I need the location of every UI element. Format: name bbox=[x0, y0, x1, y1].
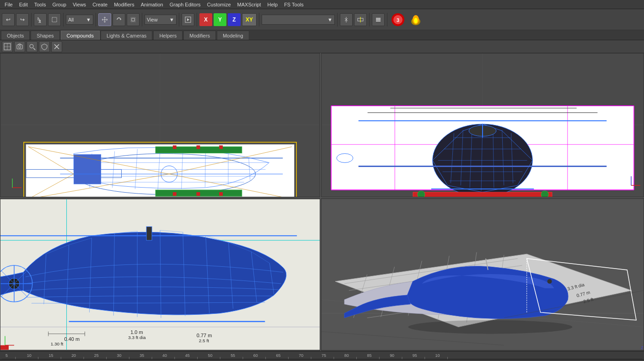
align-button[interactable] bbox=[354, 13, 367, 26]
filter-dropdown[interactable]: All ▼ bbox=[66, 15, 93, 25]
axis-x[interactable]: X bbox=[199, 13, 212, 26]
menu-fs-tools[interactable]: FS Tools bbox=[281, 1, 306, 8]
separator-5 bbox=[179, 13, 179, 27]
tab-modeling[interactable]: Modeling bbox=[217, 31, 249, 40]
ruler: /* ruler ticks generated inline */ 5 10 … bbox=[0, 351, 644, 359]
timeline: ◀ 0 / 100 ▶ bbox=[0, 359, 644, 361]
tab-lights-cameras[interactable]: Lights & Cameras bbox=[101, 31, 152, 40]
separator-8 bbox=[337, 13, 338, 27]
menu-graph-editors[interactable]: Graph Editors bbox=[167, 1, 204, 8]
shield-icon[interactable] bbox=[39, 41, 50, 52]
svg-text:0.40 m: 0.40 m bbox=[64, 336, 80, 342]
menu-help[interactable]: Help bbox=[265, 1, 281, 8]
zoom-icon[interactable] bbox=[27, 41, 38, 52]
axis-y[interactable]: Y bbox=[214, 13, 226, 26]
svg-point-88 bbox=[418, 191, 425, 197]
named-selection-dropdown[interactable]: ▼ bbox=[262, 15, 335, 25]
settings-icon[interactable] bbox=[51, 41, 62, 52]
redo-button[interactable]: ↪ bbox=[16, 13, 29, 26]
separator-2 bbox=[63, 13, 64, 27]
svg-point-16 bbox=[19, 46, 21, 48]
menu-customize[interactable]: Customize bbox=[204, 1, 234, 8]
svg-rect-46 bbox=[219, 192, 223, 196]
tab-compounds[interactable]: Compounds bbox=[61, 31, 100, 40]
menu-tools[interactable]: Tools bbox=[32, 1, 49, 8]
svg-text:20: 20 bbox=[71, 353, 76, 357]
svg-point-13 bbox=[414, 18, 418, 23]
svg-text:75: 75 bbox=[322, 353, 326, 357]
svg-rect-15 bbox=[17, 45, 22, 49]
svg-text:45: 45 bbox=[185, 353, 190, 357]
icon-bar bbox=[0, 40, 644, 53]
svg-text:15: 15 bbox=[48, 353, 53, 357]
view-dropdown[interactable]: View ▼ bbox=[145, 15, 177, 25]
select-object-button[interactable] bbox=[34, 13, 47, 26]
viewport-side[interactable]: 0.40 m 1.30 ft 1.0 m 3.3 ft dia 0.77 m 2… bbox=[0, 198, 320, 351]
menu-views[interactable]: Views bbox=[70, 1, 89, 8]
svg-text:40: 40 bbox=[162, 353, 167, 357]
menu-edit[interactable]: Edit bbox=[16, 1, 31, 8]
layer-manager-button[interactable] bbox=[372, 13, 385, 26]
select-region-button[interactable] bbox=[48, 13, 61, 26]
menu-modifiers[interactable]: Modifiers bbox=[111, 1, 137, 8]
svg-text:90: 90 bbox=[390, 353, 394, 357]
svg-text:2.5 ft: 2.5 ft bbox=[199, 338, 209, 343]
svg-rect-0 bbox=[52, 17, 57, 22]
mirror-button[interactable] bbox=[340, 13, 353, 26]
svg-rect-42 bbox=[196, 145, 200, 149]
separator-4 bbox=[142, 13, 142, 27]
svg-point-171 bbox=[408, 320, 572, 334]
svg-text:60: 60 bbox=[253, 353, 258, 357]
menu-animation[interactable]: Animation bbox=[138, 1, 166, 8]
svg-text:35: 35 bbox=[140, 353, 144, 357]
scale-button[interactable] bbox=[127, 13, 140, 26]
svg-marker-3 bbox=[187, 18, 189, 21]
svg-point-161 bbox=[547, 279, 552, 284]
menu-file[interactable]: File bbox=[2, 1, 16, 8]
svg-text:3.3 ft dia: 3.3 ft dia bbox=[128, 335, 146, 340]
menu-group[interactable]: Group bbox=[49, 1, 69, 8]
svg-point-89 bbox=[541, 191, 548, 197]
flame-icon[interactable] bbox=[408, 11, 424, 28]
svg-text:80: 80 bbox=[344, 353, 349, 357]
viewport-front[interactable] bbox=[321, 53, 644, 197]
axis-z[interactable]: Z bbox=[228, 13, 241, 26]
max-icon[interactable]: 3 bbox=[390, 11, 406, 28]
svg-rect-44 bbox=[173, 192, 177, 196]
svg-point-17 bbox=[30, 44, 33, 48]
svg-text:65: 65 bbox=[276, 353, 281, 357]
svg-rect-43 bbox=[219, 145, 223, 149]
menu-bar: File Edit Tools Group Views Create Modif… bbox=[0, 0, 644, 9]
scene-icon[interactable] bbox=[2, 41, 13, 52]
viewport-top[interactable] bbox=[0, 53, 320, 197]
tab-helpers[interactable]: Helpers bbox=[153, 31, 182, 40]
svg-rect-45 bbox=[196, 192, 200, 196]
rotate-button[interactable] bbox=[113, 13, 125, 26]
tab-objects[interactable]: Objects bbox=[1, 31, 30, 40]
menu-create[interactable]: Create bbox=[90, 1, 110, 8]
svg-text:30: 30 bbox=[117, 353, 122, 357]
separator-6 bbox=[197, 13, 197, 27]
undo-button[interactable]: ↩ bbox=[2, 13, 15, 26]
select-move-button[interactable] bbox=[98, 13, 111, 26]
tab-modifiers[interactable]: Modifiers bbox=[183, 31, 216, 40]
svg-text:10: 10 bbox=[27, 353, 32, 357]
separator-3 bbox=[96, 13, 96, 27]
viewport-perspective[interactable]: 3.3 ft dia 0.77 m 2.5 ft bbox=[321, 198, 644, 351]
snapshot-icon[interactable] bbox=[14, 41, 25, 52]
svg-rect-5 bbox=[376, 18, 381, 19]
svg-text:25: 25 bbox=[94, 353, 99, 357]
render-button[interactable] bbox=[182, 13, 194, 26]
axis-xy[interactable]: XY bbox=[242, 13, 257, 26]
svg-text:50: 50 bbox=[208, 353, 212, 357]
svg-rect-6 bbox=[376, 19, 381, 20]
menu-maxscript[interactable]: MAXScript bbox=[235, 1, 264, 8]
svg-text:3: 3 bbox=[397, 17, 399, 23]
svg-text:1.30 ft: 1.30 ft bbox=[51, 341, 64, 346]
tab-shapes[interactable]: Shapes bbox=[31, 31, 59, 40]
svg-rect-7 bbox=[376, 21, 381, 22]
separator-1 bbox=[31, 13, 32, 27]
svg-rect-38 bbox=[74, 155, 101, 184]
separator-10 bbox=[387, 13, 387, 27]
svg-text:70: 70 bbox=[299, 353, 303, 357]
